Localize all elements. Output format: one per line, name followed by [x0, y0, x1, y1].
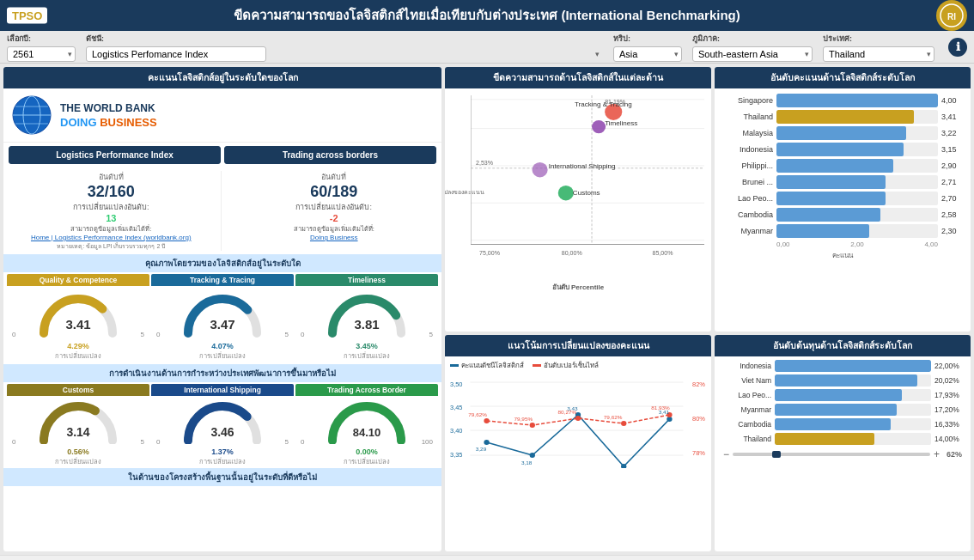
pbi-footer: Microsoft Power BI ⎗ ⛶ — [0, 555, 974, 560]
svg-text:2,53%: 2,53% — [476, 160, 493, 166]
lpi-note: หมายเหตุ: ข้อมูล LPI เก็บรวบรวมทุกๆ 2 ปี — [9, 241, 214, 251]
bar-row-thailand: Thailand 3,41 — [720, 110, 965, 124]
gauge-tracking-max: 5 — [285, 331, 289, 338]
svg-point-53 — [621, 421, 626, 426]
growth-row-cambodia: Cambodia 16,33% — [720, 418, 965, 430]
bar-axis-2: 2,00 — [850, 240, 864, 248]
quality-section-title: คุณภาพโดยรวมของโลจิสติกส์อยู่ในระดับใด — [3, 254, 441, 272]
bar-row-indonesia: Indonesia 3,15 — [720, 143, 965, 156]
svg-text:80,00%: 80,00% — [562, 250, 582, 256]
gauge-customs-min: 0 — [12, 438, 15, 446]
svg-text:80%: 80% — [692, 415, 705, 423]
gauge-intl-shipping-header: International Shipping — [151, 384, 294, 396]
year-label: เลือกปี: — [7, 33, 76, 45]
svg-point-52 — [575, 416, 581, 421]
trading-rank-title: อันดับที่ — [232, 171, 437, 183]
gauge-timeliness-header: Timeliness — [295, 274, 438, 286]
gauge-timeliness-change: 3.45% — [295, 342, 438, 350]
svg-text:3,35: 3,35 — [450, 451, 462, 459]
bar-axis-0: 0,00 — [776, 240, 790, 248]
region-label: ภูมิภาค: — [692, 33, 813, 45]
info-button[interactable]: ℹ — [948, 38, 967, 57]
gauge-intl-value: 3.46 — [210, 425, 234, 439]
trend-panel-header: แนวโน้มการเปลี่ยนแปลงของคะแนน — [445, 335, 711, 356]
svg-text:3,40: 3,40 — [450, 427, 462, 435]
country-label: ประเทศ: — [823, 33, 934, 45]
svg-text:RI: RI — [947, 12, 956, 21]
logo-left: TPSO — [7, 8, 47, 24]
year-select[interactable]: 2561 — [7, 46, 76, 62]
trading-change-label: การเปลี่ยนแปลงอันดับ: — [232, 201, 437, 213]
lpi-source-label: สามารถดูข้อมูลเพิ่มเติมได้ที่: — [9, 223, 214, 234]
svg-text:3,29: 3,29 — [476, 446, 487, 452]
svg-text:3,18: 3,18 — [521, 460, 533, 466]
gauge-trading-border-change: 0.00% — [295, 447, 438, 456]
gauge-customs-change-label: การเปลี่ยนแปลง — [7, 456, 149, 466]
svg-point-46 — [530, 453, 535, 458]
gauge-quality-value: 3.41 — [65, 317, 90, 332]
gauge-trading-border-max: 100 — [422, 438, 433, 446]
svg-text:81,19%: 81,19% — [605, 99, 625, 105]
svg-text:75,00%: 75,00% — [479, 250, 500, 256]
gauge-tracking-change-label: การเปลี่ยนแปลง — [151, 350, 294, 361]
slider-handle[interactable] — [772, 451, 781, 458]
logo-right: RI — [936, 0, 967, 31]
svg-text:79,62%: 79,62% — [604, 414, 623, 420]
bar-row-philippines: Philippi... 2,90 — [720, 159, 965, 173]
growth-row-indonesia: Indonesia 22,00% — [720, 360, 965, 372]
svg-text:85,00%: 85,00% — [653, 250, 673, 256]
svg-text:80,27%: 80,27% — [558, 409, 577, 415]
svg-text:79,95%: 79,95% — [514, 416, 533, 422]
infra-footer: ในด้านของโครงสร้างพื้นฐานนั้นอยู่ในระดับ… — [3, 468, 441, 486]
gauge-timeliness-max: 5 — [429, 331, 433, 338]
bar-row-singapore: Singapore 4,00 — [720, 94, 965, 107]
gauge-tracking-value: 3.47 — [210, 317, 234, 332]
growth-row-laos: Lao Peo... 17,93% — [720, 389, 965, 401]
growth-panel-header: อันดับต้นทุนด้านโลจิสติกส์ระดับโลก — [715, 335, 971, 356]
bar-axis-4: 4,00 — [924, 240, 938, 248]
wb-globe — [10, 94, 53, 137]
gauge-intl-min: 0 — [156, 438, 160, 446]
svg-text:81,93%: 81,93% — [651, 405, 670, 411]
lpi-change-value: 13 — [9, 213, 214, 223]
world-bank-name: THE WORLD BANK — [60, 102, 157, 114]
svg-point-50 — [484, 418, 489, 423]
svg-text:3,45: 3,45 — [450, 404, 462, 411]
svg-text:Customs: Customs — [573, 189, 600, 197]
slider-minus[interactable]: − — [723, 448, 729, 460]
gauge-trading-border-value: 84.10 — [353, 426, 381, 439]
doing-business-label: DOING BUSINESS — [60, 116, 157, 129]
lpi-links[interactable]: Home | Logistics Performance Index (worl… — [9, 234, 214, 241]
gauge-customs-header: Customs — [7, 384, 149, 396]
scatter-y-label: เปรียบเทียบการเปลี่ยนแปลงของคะแนน — [445, 187, 484, 197]
scatter-x-label: อันดับ Percentile — [552, 282, 604, 293]
bar-row-cambodia: Cambodia 2,58 — [720, 208, 965, 222]
trading-link[interactable]: Doing Business — [232, 234, 437, 241]
gauge-intl-max: 5 — [285, 438, 289, 446]
gauge-quality-change-label: การเปลี่ยนแปลง — [7, 350, 149, 361]
gauge-trading-border-header: Trading Across Border — [295, 384, 438, 396]
gauge-tracking-min: 0 — [156, 331, 160, 338]
svg-point-27 — [592, 120, 606, 133]
slider-plus[interactable]: + — [934, 448, 940, 460]
bar-row-brunei: Brunei ... 2,71 — [720, 175, 965, 189]
bar-row-laos: Lao Peo... 2,70 — [720, 192, 965, 205]
country-select[interactable]: Thailand — [823, 46, 934, 62]
gauge-intl-change: 1.37% — [151, 447, 294, 456]
region-select[interactable]: South-eastern Asia — [692, 46, 813, 62]
trip-select[interactable]: Asia — [613, 46, 682, 62]
page-title: ขีดความสามารถของโลจิสติกส์ไทยเมื่อเทียบก… — [234, 5, 740, 26]
gauge-trading-border-min: 0 — [301, 438, 304, 446]
scatter-panel-header: ขีดความสามารถด้านโลจิสติกส์ในแต่ละด้าน — [445, 67, 711, 88]
gauge-trading-border-change-label: การเปลี่ยนแปลง — [295, 456, 438, 466]
svg-text:International Shipping: International Shipping — [549, 162, 616, 170]
svg-point-29 — [533, 162, 548, 177]
trend-legend-percentile: อันดับเปอร์เซ็นไทล์ — [544, 360, 599, 371]
world-rank-axis-label: คะแนน — [720, 248, 965, 261]
trading-source-label: สามารถดูข้อมูลเพิ่มเติมได้ที่: — [232, 223, 437, 234]
svg-text:3,50: 3,50 — [450, 380, 462, 388]
index-select[interactable]: Logistics Perfomance Index — [86, 46, 266, 62]
lpi-change-label: การเปลี่ยนแปลงอันดับ: — [9, 201, 214, 213]
gauge-tracking-header: Tracking & Tracing — [151, 274, 294, 286]
lpi-rank-title: อันดับที่ — [9, 171, 214, 183]
